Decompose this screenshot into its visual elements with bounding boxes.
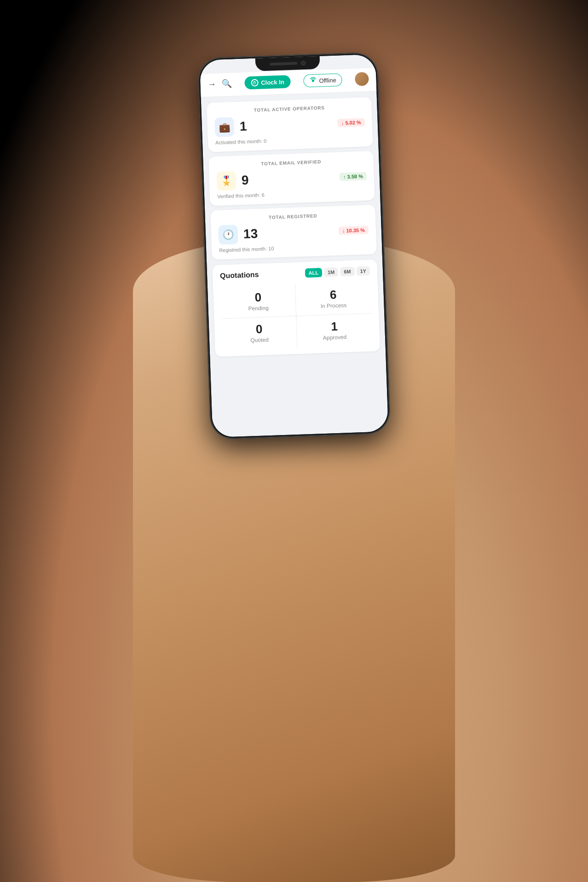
filter-1y[interactable]: 1Y	[356, 266, 370, 276]
registered-card: TOTAL REGISTRED 🕐 13 ↓ 10.35 % Registred…	[210, 205, 377, 260]
clock-icon: ⏱	[251, 79, 259, 87]
email-row: 🎖️ 9 ↑ 3.58 %	[216, 166, 367, 191]
quotations-title: Quotations	[220, 271, 259, 280]
phone-notch	[255, 56, 320, 71]
approved-cell[interactable]: 1 Approved	[296, 313, 372, 348]
email-card: TOTAL EMAIL VERIFIED 🎖️ 9 ↑ 3.58 % Verif…	[208, 151, 375, 206]
phone-wrapper: → 🔍 ⏱ Clock In Offline	[198, 52, 391, 439]
email-icon-box: 🎖️	[216, 171, 236, 191]
email-number: 9	[241, 174, 249, 187]
filter-pills: ALL 1M 6M 1Y	[305, 266, 370, 278]
briefcase-icon: 💼	[219, 122, 231, 133]
in-process-label: In Process	[300, 302, 367, 310]
search-icon[interactable]: 🔍	[221, 79, 232, 89]
in-process-number: 6	[299, 288, 367, 302]
clock-in-button[interactable]: ⏱ Clock In	[244, 75, 291, 89]
operators-badge-value: ↓ 5.02 %	[341, 120, 361, 126]
phone-frame: → 🔍 ⏱ Clock In Offline	[198, 52, 391, 439]
registered-icon-box: 🕐	[218, 225, 238, 244]
registered-badge-value: ↓ 10.35 %	[342, 227, 365, 234]
approved-number: 1	[300, 319, 369, 333]
registered-number: 13	[243, 227, 258, 241]
speaker	[270, 62, 297, 66]
filter-1m[interactable]: 1M	[324, 267, 339, 277]
clock-in-label: Clock In	[261, 78, 284, 86]
registered-row: 🕐 13 ↓ 10.35 %	[218, 220, 369, 244]
screen-content: → 🔍 ⏱ Clock In Offline	[200, 54, 388, 438]
svg-point-0	[312, 80, 315, 82]
operators-card: TOTAL ACTIVE OPERATORS 💼 1 ↓ 5.02 % Acti…	[207, 97, 373, 152]
operators-row: 💼 1 ↓ 5.02 %	[214, 112, 365, 137]
header-left: → 🔍	[208, 79, 232, 90]
offline-button[interactable]: Offline	[303, 73, 342, 87]
offline-label: Offline	[319, 76, 336, 84]
operators-icon-box: 💼	[214, 117, 234, 137]
registered-badge: ↓ 10.35 %	[339, 226, 369, 235]
clock-reg-icon: 🕐	[222, 229, 234, 241]
back-arrow-icon[interactable]: →	[208, 79, 216, 89]
phone-screen: → 🔍 ⏱ Clock In Offline	[200, 54, 388, 438]
registered-title: TOTAL REGISTRED	[218, 211, 368, 221]
email-badge-value: ↑ 3.58 %	[343, 174, 363, 180]
user-avatar[interactable]	[355, 72, 369, 86]
quoted-cell[interactable]: 0 Quoted	[221, 316, 297, 350]
quotations-card: Quotations ALL 1M 6M 1Y 0 Pending	[212, 260, 380, 357]
quotations-grid: 0 Pending 6 In Process 0 Quoted 1	[220, 282, 373, 350]
email-title: TOTAL EMAIL VERIFIED	[216, 157, 366, 168]
pending-label: Pending	[225, 304, 292, 313]
operators-badge: ↓ 5.02 %	[338, 118, 365, 127]
filter-6m[interactable]: 6M	[340, 267, 355, 276]
pending-number: 0	[224, 290, 292, 304]
filter-all[interactable]: ALL	[305, 268, 322, 278]
operators-number: 1	[239, 120, 247, 133]
medal-icon: 🎖️	[220, 175, 232, 187]
stats-area: TOTAL ACTIVE OPERATORS 💼 1 ↓ 5.02 % Acti…	[201, 92, 383, 266]
quoted-number: 0	[225, 322, 293, 336]
operators-title: TOTAL ACTIVE OPERATORS	[214, 104, 364, 114]
front-camera	[301, 61, 306, 65]
in-process-cell[interactable]: 6 In Process	[295, 282, 371, 316]
quoted-label: Quoted	[226, 336, 293, 344]
email-badge: ↑ 3.58 %	[340, 172, 367, 181]
wifi-icon	[309, 77, 317, 85]
quotations-header: Quotations ALL 1M 6M 1Y	[220, 266, 370, 280]
approved-label: Approved	[301, 333, 369, 342]
pending-cell[interactable]: 0 Pending	[220, 284, 296, 319]
